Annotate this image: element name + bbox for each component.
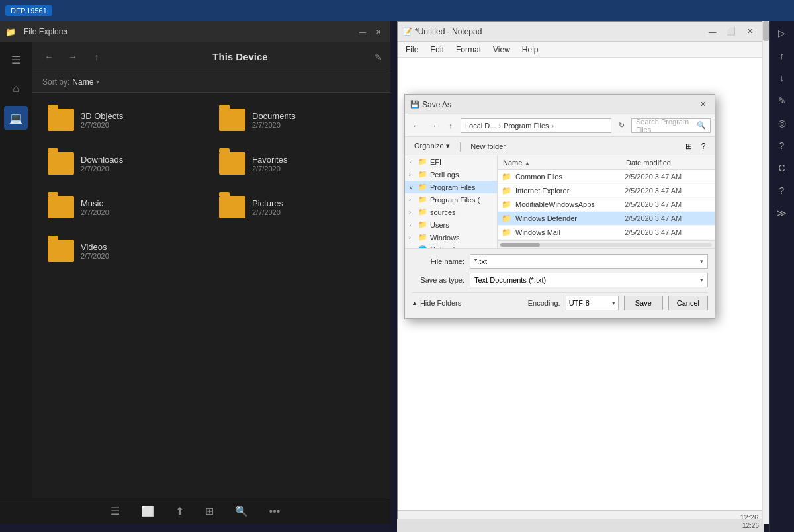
sidebar-item-efi[interactable]: › 📁 EFI: [405, 155, 497, 168]
hide-arrow-icon: ▲: [412, 300, 418, 306]
dialog-forward-btn[interactable]: →: [426, 118, 441, 133]
fe-up-btn[interactable]: ↑: [87, 48, 106, 66]
rp-icon-c[interactable]: C: [773, 159, 791, 177]
encoding-select[interactable]: UTF-8 ▾: [566, 296, 619, 310]
folder-downloads[interactable]: Downloads 2/7/2020: [42, 147, 208, 180]
dialog-breadcrumb[interactable]: Local D... › Program Files ›: [461, 118, 611, 133]
fe-forward-btn[interactable]: →: [64, 48, 82, 66]
sidebar-item-network[interactable]: › 🌐 Network: [405, 244, 497, 248]
fe-edit-btn[interactable]: ✎: [375, 52, 382, 62]
np-menu-format[interactable]: Format: [451, 44, 486, 56]
hide-folders-btn[interactable]: ▲ Hide Folders: [412, 299, 461, 307]
dialog-hscrollbar[interactable]: [498, 240, 715, 248]
file-date-defender: 2/5/2020 3:47 AM: [625, 214, 711, 222]
col-header-name: Name ▲: [500, 159, 626, 167]
dialog-view-icons: ⊞ ?: [683, 140, 709, 152]
tb-search-icon[interactable]: 🔍: [235, 505, 248, 517]
folder-icon-documents: [219, 109, 245, 131]
rp-icon-chevrons[interactable]: ≫: [773, 204, 791, 222]
file-row-modifiable[interactable]: 📁 ModifiableWindowsApps 2/5/2020 3:47 AM: [498, 198, 715, 212]
dialog-view-toggle[interactable]: ⊞: [683, 140, 695, 152]
file-name-defender: Windows Defender: [515, 214, 621, 222]
folder-icon-3d-objects: [48, 109, 74, 131]
fe-sidebar-device[interactable]: 💻: [4, 106, 28, 130]
np-menu-file[interactable]: File: [400, 44, 423, 56]
fe-close-btn[interactable]: ✕: [372, 25, 385, 38]
dialog-search-box[interactable]: Search Program Files 🔍: [631, 118, 711, 133]
dialog-refresh-btn[interactable]: ↻: [614, 118, 629, 133]
tb-more-icon[interactable]: •••: [269, 506, 281, 517]
name-sort-icon: ▲: [524, 160, 530, 167]
filename-row: File name: *.txt ▾: [412, 254, 708, 269]
sidebar-item-programfiles[interactable]: ∨ 📁 Program Files: [405, 181, 497, 193]
rp-icon-edit[interactable]: ✎: [773, 91, 791, 110]
folder-name-fav: Favorites: [252, 155, 287, 165]
dialog-close-btn[interactable]: ✕: [696, 98, 709, 111]
tb-list-icon[interactable]: ☰: [110, 505, 120, 517]
rp-icon-help[interactable]: ?: [773, 136, 791, 155]
rp-icon-q[interactable]: ?: [773, 181, 791, 200]
np-menu-help[interactable]: Help: [517, 44, 544, 56]
np-vscroll-thumb[interactable]: [763, 21, 769, 41]
np-minimize-btn[interactable]: —: [704, 25, 721, 38]
tb-tablet-icon[interactable]: ⬜: [141, 505, 154, 517]
sidebar-item-perllogs[interactable]: › 📁 PerlLogs: [405, 168, 497, 181]
fe-back-btn[interactable]: ←: [40, 48, 58, 66]
np-titlebar: 📝 *Untitled - Notepad — ⬜ ✕: [398, 22, 764, 42]
folder-favorites[interactable]: Favorites 2/7/2020: [214, 147, 380, 180]
perllogs-folder-icon: 📁: [418, 170, 427, 179]
np-vscrollbar[interactable]: [762, 21, 769, 524]
folder-music[interactable]: Music 2/7/2020: [42, 191, 208, 224]
np-body: 💾 Save As ✕ ← → ↑ Local D... › Program F…: [398, 58, 764, 510]
folder-videos[interactable]: Videos 2/7/2020: [42, 234, 208, 267]
dialog-new-folder-btn[interactable]: New folder: [466, 141, 509, 152]
file-name-mail: Windows Mail: [515, 228, 621, 236]
tb-share-icon[interactable]: ⬆: [175, 505, 184, 517]
folder-icon-modifiable: 📁: [502, 200, 511, 209]
sidebar-item-sources[interactable]: › 📁 sources: [405, 206, 497, 218]
file-row-defender[interactable]: 📁 Windows Defender 2/5/2020 3:47 AM: [498, 212, 715, 226]
sidebar-item-users[interactable]: › 📁 Users: [405, 218, 497, 231]
dialog-organize-btn[interactable]: Organize ▾: [410, 140, 454, 152]
fe-minimize-btn[interactable]: —: [356, 25, 369, 38]
filename-input[interactable]: *.txt ▾: [470, 254, 708, 269]
folder-3d-objects[interactable]: 3D Objects 2/7/2020: [42, 103, 208, 136]
dialog-help-icon[interactable]: ?: [697, 140, 709, 152]
rp-icon-target[interactable]: ◎: [773, 114, 791, 132]
dialog-save-button[interactable]: Save: [624, 296, 663, 310]
dialog-toolbar: Organize ▾ | New folder ⊞ ?: [405, 137, 715, 155]
rp-icon-up[interactable]: ↑: [773, 46, 791, 65]
np-title: *Untitled - Notepad: [415, 27, 704, 36]
file-row-ie[interactable]: 📁 Internet Explorer 2/5/2020 3:47 AM: [498, 184, 715, 198]
folder-documents[interactable]: Documents 2/7/2020: [214, 103, 380, 136]
sidebar-item-programfiles2[interactable]: › 📁 Program Files (: [405, 193, 497, 206]
sidebar-item-windows[interactable]: › 📁 Windows: [405, 231, 497, 244]
np-menu-view[interactable]: View: [488, 44, 515, 56]
tb-grid-icon[interactable]: ⊞: [205, 505, 214, 517]
savetype-select[interactable]: Text Documents (*.txt) ▾: [470, 273, 708, 287]
dialog-cancel-button[interactable]: Cancel: [668, 296, 708, 310]
folder-pictures[interactable]: Pictures 2/7/2020: [214, 191, 380, 224]
hscroll-thumb[interactable]: [500, 243, 540, 247]
folder-date-pics: 2/7/2020: [252, 208, 283, 216]
fe-sidebar-hamburger[interactable]: ☰: [4, 48, 28, 71]
folder-name-dl: Downloads: [81, 155, 123, 165]
rp-icon-cursor[interactable]: ▷: [773, 24, 791, 42]
file-row-mail[interactable]: 📁 Windows Mail 2/5/2020 3:47 AM: [498, 226, 715, 240]
np-bottom-time: 12:26: [742, 522, 759, 529]
dialog-up-btn[interactable]: ↑: [443, 118, 458, 133]
dialog-sidebar: › 📁 EFI › 📁 PerlLogs ∨ 📁 Program Files: [405, 155, 498, 248]
dialog-back-btn[interactable]: ←: [409, 118, 423, 133]
file-row-common-files[interactable]: 📁 Common Files 2/5/2020 3:47 AM: [498, 170, 715, 184]
dialog-bottom: File name: *.txt ▾ Save as type: Text Do…: [405, 248, 715, 318]
np-close-btn[interactable]: ✕: [741, 25, 758, 38]
rp-icon-down[interactable]: ↓: [773, 69, 791, 87]
fe-folder-info-fav: Favorites 2/7/2020: [252, 155, 287, 173]
hide-folders-label: Hide Folders: [420, 299, 461, 307]
fe-sidebar-home[interactable]: ⌂: [4, 77, 28, 101]
np-menu-edit[interactable]: Edit: [425, 44, 449, 56]
taskbar-badge[interactable]: DEP.19561: [5, 5, 52, 16]
np-restore-btn[interactable]: ⬜: [723, 25, 740, 38]
fe-sort-name[interactable]: Name: [72, 77, 93, 87]
folder-icon-ie: 📁: [502, 186, 511, 195]
